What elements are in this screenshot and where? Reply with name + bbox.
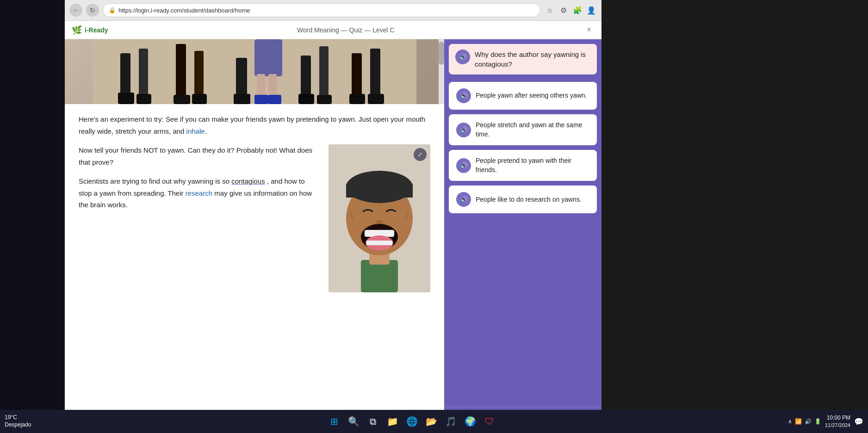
volume-icon[interactable]: 🔊 — [805, 418, 812, 425]
svg-rect-25 — [361, 260, 398, 292]
scroll-thumb — [439, 42, 444, 65]
settings-icon[interactable]: ⚙ — [558, 5, 569, 16]
paragraph-2: Now tell your friends NOT to yawn. Can t… — [79, 144, 319, 168]
svg-rect-34 — [366, 241, 392, 245]
yawn-svg — [329, 144, 430, 292]
logo-text: i-Ready — [85, 26, 108, 34]
clock-time: 10:00 PM — [825, 414, 850, 422]
inhale-link[interactable]: inhale — [186, 127, 205, 135]
svg-rect-15 — [268, 95, 281, 104]
answer-option-d[interactable]: 🔊 People like to do research on yawns. — [449, 186, 597, 213]
weather-desc: Despejado — [5, 421, 31, 429]
network-icon[interactable]: 📶 — [795, 418, 802, 425]
system-tray: ∧ 📶 🔊 🔋 — [788, 418, 821, 425]
speaker-icon-b: 🔊 — [460, 126, 468, 134]
paragraph-3-part1: Scientists are trying to find out why ya… — [79, 177, 231, 185]
notifications-icon[interactable]: 💬 — [854, 417, 863, 426]
question-text: Why does the author say yawning is conta… — [475, 49, 590, 69]
folder-button[interactable]: 📂 — [423, 413, 440, 430]
clock[interactable]: 10:00 PM 11/27/2024 — [825, 414, 850, 429]
option-c-audio-button[interactable]: 🔊 — [456, 158, 471, 173]
browser-window: ← ↻ 🔒 https://login.i-ready.com/student/… — [65, 0, 601, 433]
answer-option-b[interactable]: 🔊 People stretch and yawn at the same ti… — [449, 114, 597, 145]
option-c-text: People pretend to yawn with their friend… — [476, 156, 589, 174]
task-view-button[interactable]: ⧉ — [365, 413, 381, 430]
quiz-title: Word Meaning — Quiz — Level C — [297, 26, 395, 34]
address-bar[interactable]: 🔒 https://login.i-ready.com/student/dash… — [103, 3, 540, 17]
leaf-icon: 🌿 — [72, 25, 82, 35]
answer-option-c[interactable]: 🔊 People pretend to yawn with their frie… — [449, 150, 597, 181]
tray-arrow[interactable]: ∧ — [788, 418, 792, 425]
expand-button[interactable]: ⤢ — [414, 148, 427, 161]
taskbar-left: 19°C Despejado — [5, 414, 36, 428]
quiz-panel: 🔊 Why does the author say yawning is con… — [444, 39, 601, 433]
svg-rect-11 — [254, 39, 282, 76]
svg-point-30 — [376, 220, 383, 224]
profile-icon[interactable]: 👤 — [586, 5, 597, 16]
clock-date: 11/27/2024 — [825, 422, 850, 429]
speaker-icon-c: 🔊 — [460, 162, 468, 169]
taskbar: 19°C Despejado ⊞ 🔍 ⧉ 📁 🌐 📂 🎵 🌍 🛡 ∧ 📶 🔊 🔋… — [0, 410, 868, 433]
weather-info: 19°C Despejado — [5, 414, 31, 428]
svg-rect-4 — [136, 94, 151, 104]
option-d-audio-button[interactable]: 🔊 — [456, 192, 471, 207]
url-text: https://login.i-ready.com/student/dashbo… — [118, 7, 250, 14]
refresh-button[interactable]: ↻ — [86, 4, 99, 17]
svg-rect-21 — [349, 94, 365, 104]
svg-rect-10 — [234, 94, 250, 104]
expand-icon: ⤢ — [418, 151, 422, 158]
svg-rect-23 — [368, 94, 384, 104]
windows-start-button[interactable]: ⊞ — [326, 413, 342, 430]
svg-rect-2 — [118, 93, 134, 104]
lock-icon: 🔒 — [109, 7, 116, 13]
svg-rect-17 — [298, 94, 314, 104]
edge-button[interactable]: 🌐 — [403, 413, 420, 430]
contagious-link[interactable]: contagious — [231, 177, 265, 185]
scroll-handle[interactable] — [439, 39, 444, 104]
svg-rect-29 — [346, 184, 413, 198]
option-b-audio-button[interactable]: 🔊 — [456, 123, 471, 137]
bottom-section: Now tell your friends NOT to yawn. Can t… — [79, 144, 430, 292]
file-explorer-button[interactable]: 📁 — [384, 413, 401, 430]
iready-logo: 🌿 i-Ready — [72, 25, 108, 35]
back-button[interactable]: ← — [69, 4, 82, 17]
taskbar-center: ⊞ 🔍 ⧉ 📁 🌐 📂 🎵 🌍 🛡 — [326, 413, 498, 430]
close-button[interactable]: × — [583, 25, 595, 36]
top-image — [65, 39, 444, 104]
option-a-audio-button[interactable]: 🔊 — [456, 88, 471, 103]
search-taskbar-button[interactable]: 🔍 — [345, 413, 362, 430]
extensions-icon[interactable]: 🧩 — [572, 5, 583, 16]
answer-option-a[interactable]: 🔊 People yawn after seeing others yawn. — [449, 82, 597, 110]
speaker-icon-d: 🔊 — [460, 196, 468, 203]
antivirus-button[interactable]: 🛡 — [481, 413, 498, 430]
taskbar-right: ∧ 📶 🔊 🔋 10:00 PM 11/27/2024 💬 — [788, 414, 863, 429]
svg-rect-6 — [174, 95, 190, 104]
paragraph-3: Scientists are trying to find out why ya… — [79, 175, 319, 211]
music-button[interactable]: 🎵 — [442, 413, 459, 430]
question-box: 🔊 Why does the author say yawning is con… — [449, 44, 597, 74]
bottom-text: Now tell your friends NOT to yawn. Can t… — [79, 144, 319, 292]
paragraph-1-text: Here's an experiment to try: See if you … — [79, 115, 425, 135]
iready-header: 🌿 i-Ready Word Meaning — Quiz — Level C … — [65, 21, 601, 39]
svg-rect-14 — [254, 95, 268, 104]
research-link[interactable]: research — [186, 189, 212, 197]
battery-icon[interactable]: 🔋 — [814, 418, 821, 425]
star-icon[interactable]: ☆ — [544, 5, 555, 16]
browser-icons: ☆ ⚙ 🧩 👤 — [544, 5, 597, 16]
speaker-icon-a: 🔊 — [460, 92, 468, 99]
text-content: Here's an experiment to try: See if you … — [65, 104, 444, 302]
svg-rect-8 — [192, 94, 207, 104]
question-audio-button[interactable]: 🔊 — [455, 49, 470, 64]
left-dark-area — [0, 0, 65, 433]
option-b-text: People stretch and yawn at the same time… — [476, 121, 589, 139]
legs-illustration — [65, 39, 444, 104]
yawn-illustration: ⤢ — [329, 144, 430, 292]
weather-temp: 19°C — [5, 414, 31, 421]
svg-rect-19 — [317, 95, 332, 104]
answer-options: 🔊 People yawn after seeing others yawn. … — [444, 82, 601, 213]
browser-toolbar: ← ↻ 🔒 https://login.i-ready.com/student/… — [65, 0, 601, 21]
reading-area[interactable]: Here's an experiment to try: See if you … — [65, 39, 444, 433]
app-content: 🌿 i-Ready Word Meaning — Quiz — Level C … — [65, 21, 601, 433]
globe-button[interactable]: 🌍 — [462, 413, 478, 430]
main-layout: Here's an experiment to try: See if you … — [65, 39, 601, 433]
